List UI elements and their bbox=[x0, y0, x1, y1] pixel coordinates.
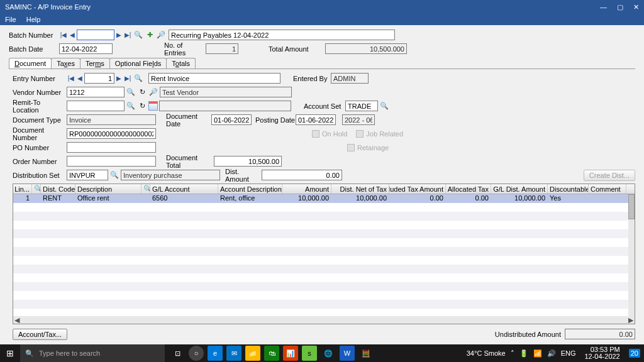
vendor-refresh-icon[interactable]: ↻ bbox=[137, 87, 147, 97]
grid-hscroll[interactable]: ◀▶ bbox=[13, 316, 635, 324]
first-entry-icon[interactable]: |◀ bbox=[67, 74, 75, 83]
grid-vscroll[interactable] bbox=[628, 194, 635, 316]
batch-zoom-icon[interactable]: 🔎 bbox=[156, 30, 166, 40]
calculator-icon[interactable]: 🧮 bbox=[358, 346, 374, 361]
total-amount-field bbox=[325, 43, 407, 54]
chrome-icon[interactable]: 🌐 bbox=[321, 346, 336, 361]
col-gl-dist[interactable]: G/L Dist. Amount bbox=[491, 184, 548, 194]
col-description[interactable]: Description bbox=[75, 184, 142, 194]
last-entry-icon[interactable]: ▶| bbox=[123, 74, 132, 83]
task-view-icon[interactable]: ⊡ bbox=[170, 346, 185, 361]
entry-number-input[interactable] bbox=[84, 73, 114, 84]
table-row[interactable]: 1 RENT Office rent 6560 Rent, office 10,… bbox=[13, 194, 628, 203]
posting-date-input[interactable] bbox=[296, 114, 336, 125]
col-finder2[interactable]: 🔍 bbox=[142, 184, 150, 194]
distribution-grid[interactable]: Lin... 🔍 Dist. Code Description 🔍 G/L Ac… bbox=[13, 184, 635, 324]
windows-taskbar: ⊞ 🔍 Type here to search ⊡ ○ e ✉ 📁 🛍 📊 s … bbox=[0, 344, 644, 362]
menu-help[interactable]: Help bbox=[26, 16, 41, 23]
tab-terms[interactable]: Terms bbox=[80, 58, 110, 69]
close-window-button[interactable]: ✕ bbox=[633, 3, 639, 11]
tab-document[interactable]: Document bbox=[9, 58, 52, 69]
retainage-label: Retainage bbox=[357, 144, 389, 151]
prev-batch-icon[interactable]: ◀ bbox=[68, 30, 77, 40]
doc-number-label: Document Number bbox=[13, 126, 67, 141]
col-gl-account[interactable]: G/L Account bbox=[150, 184, 218, 194]
batch-new-icon[interactable]: ✚ bbox=[145, 30, 155, 40]
search-placeholder: Type here to search bbox=[39, 349, 100, 357]
col-discountable[interactable]: Discountable bbox=[548, 184, 589, 194]
doc-type-field[interactable] bbox=[67, 114, 156, 125]
batch-finder-icon[interactable]: 🔍 bbox=[133, 30, 143, 40]
batch-date-label: Batch Date bbox=[9, 45, 59, 53]
weather-widget[interactable]: 34°C Smoke bbox=[467, 349, 506, 357]
tray-chevron-icon[interactable]: ˄ bbox=[511, 349, 514, 358]
col-dist-code[interactable]: Dist. Code bbox=[41, 184, 75, 194]
word-icon[interactable]: W bbox=[340, 346, 355, 361]
tab-taxes[interactable]: Taxes bbox=[51, 58, 80, 69]
sage-icon[interactable]: s bbox=[302, 346, 317, 361]
batch-desc-input[interactable] bbox=[169, 30, 395, 40]
start-button[interactable]: ⊞ bbox=[0, 348, 20, 358]
col-account-desc[interactable]: Account Description bbox=[218, 184, 282, 194]
batch-number-input[interactable] bbox=[77, 30, 114, 40]
prev-entry-icon[interactable]: ◀ bbox=[75, 74, 84, 83]
vendor-number-input[interactable] bbox=[67, 87, 125, 97]
explorer-icon[interactable]: 📁 bbox=[245, 346, 260, 361]
battery-icon[interactable]: 🔋 bbox=[519, 349, 528, 358]
menu-file[interactable]: File bbox=[5, 16, 16, 23]
order-number-input[interactable] bbox=[67, 156, 156, 167]
entries-field bbox=[206, 43, 238, 54]
cortana-icon[interactable]: ○ bbox=[189, 346, 204, 361]
col-comment[interactable]: Comment bbox=[589, 184, 626, 194]
account-set-finder-icon[interactable]: 🔍 bbox=[379, 101, 389, 111]
dist-set-label: Distribution Set bbox=[13, 172, 67, 179]
dist-set-input[interactable] bbox=[67, 170, 108, 180]
store-icon[interactable]: 🛍 bbox=[264, 346, 279, 361]
total-amount-label: Total Amount bbox=[269, 45, 313, 53]
account-set-input[interactable] bbox=[345, 101, 378, 111]
vendor-zoom-icon[interactable]: 🔎 bbox=[148, 87, 158, 97]
last-batch-icon[interactable]: ▶| bbox=[123, 30, 132, 40]
remit-cal-icon[interactable] bbox=[148, 101, 158, 111]
col-allocated-tax[interactable]: Allocated Tax bbox=[446, 184, 491, 194]
vendor-finder-icon[interactable]: 🔍 bbox=[126, 87, 136, 97]
col-net[interactable]: Dist. Net of Tax bbox=[331, 184, 389, 194]
po-number-input[interactable] bbox=[67, 142, 156, 153]
job-related-label: Job Related bbox=[366, 130, 403, 138]
maximize-button[interactable]: ▢ bbox=[617, 3, 623, 11]
lang-indicator[interactable]: ENG bbox=[561, 349, 576, 357]
col-amount[interactable]: Amount bbox=[282, 184, 331, 194]
dist-set-finder-icon[interactable]: 🔍 bbox=[109, 170, 119, 180]
wifi-icon[interactable]: 📶 bbox=[533, 349, 542, 358]
entry-finder-icon[interactable]: 🔍 bbox=[133, 74, 143, 84]
period-field bbox=[342, 114, 375, 125]
col-line[interactable]: Lin... bbox=[13, 184, 32, 194]
undist-label: Undistributed Amount bbox=[492, 331, 561, 338]
office-icon[interactable]: 📊 bbox=[283, 346, 298, 361]
minimize-button[interactable]: — bbox=[600, 3, 607, 11]
doc-number-input[interactable] bbox=[67, 128, 156, 139]
remit-refresh-icon[interactable]: ↻ bbox=[137, 101, 147, 111]
entry-desc-input[interactable] bbox=[148, 73, 280, 84]
edge-icon[interactable]: e bbox=[208, 346, 223, 361]
volume-icon[interactable]: 🔊 bbox=[547, 349, 556, 358]
taskbar-clock[interactable]: 03:53 PM 12-04-2022 bbox=[580, 346, 623, 360]
batch-date-input[interactable] bbox=[59, 43, 113, 54]
on-hold-label: On Hold bbox=[322, 130, 347, 138]
col-finder1[interactable]: 🔍 bbox=[32, 184, 41, 194]
notification-badge[interactable]: 20 bbox=[629, 349, 640, 358]
remit-finder-icon[interactable]: 🔍 bbox=[126, 101, 136, 111]
next-batch-icon[interactable]: ▶ bbox=[114, 30, 123, 40]
doc-total-input[interactable] bbox=[214, 156, 282, 167]
tab-optional-fields[interactable]: Optional Fields bbox=[109, 58, 167, 69]
remit-to-input[interactable] bbox=[67, 101, 125, 111]
outlook-icon[interactable]: ✉ bbox=[226, 346, 242, 361]
doc-date-input[interactable] bbox=[211, 114, 252, 125]
next-entry-icon[interactable]: ▶ bbox=[114, 74, 123, 83]
first-batch-icon[interactable]: |◀ bbox=[59, 30, 68, 40]
col-included-tax[interactable]: Included Tax Amount bbox=[389, 184, 446, 194]
account-tax-button[interactable]: Account/Tax... bbox=[13, 329, 67, 340]
taskbar-search[interactable]: 🔍 Type here to search bbox=[20, 344, 165, 362]
tab-totals[interactable]: Totals bbox=[166, 58, 196, 69]
dist-amount-input[interactable] bbox=[262, 170, 342, 180]
